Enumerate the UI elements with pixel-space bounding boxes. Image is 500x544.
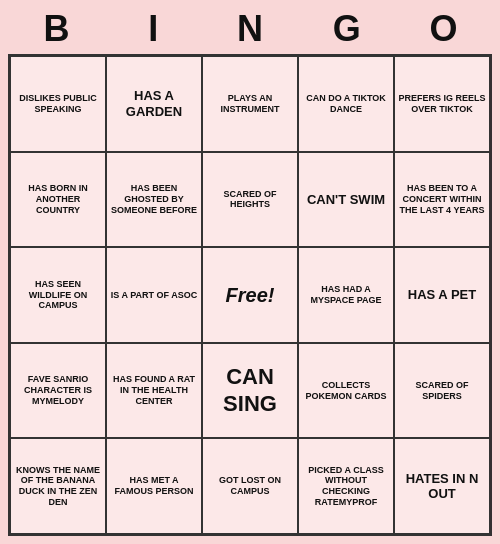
- bingo-cell[interactable]: Free!: [202, 247, 298, 343]
- bingo-cell[interactable]: HAS MET A FAMOUS PERSON: [106, 438, 202, 534]
- bingo-cell[interactable]: PREFERS IG REELS OVER TIKTOK: [394, 56, 490, 152]
- bingo-cell[interactable]: CAN SING: [202, 343, 298, 439]
- bingo-cell[interactable]: COLLECTS POKEMON CARDS: [298, 343, 394, 439]
- bingo-cell[interactable]: HAS BEEN GHOSTED BY SOMEONE BEFORE: [106, 152, 202, 248]
- bingo-cell[interactable]: GOT LOST ON CAMPUS: [202, 438, 298, 534]
- bingo-cell[interactable]: HAS BORN IN ANOTHER COUNTRY: [10, 152, 106, 248]
- bingo-grid: DISLIKES PUBLIC SPEAKINGHAS A GARDENPLAY…: [8, 54, 492, 536]
- title-letter: G: [323, 8, 371, 50]
- title-letter: N: [226, 8, 274, 50]
- bingo-cell[interactable]: HAS BEEN TO A CONCERT WITHIN THE LAST 4 …: [394, 152, 490, 248]
- bingo-cell[interactable]: HAS HAD A MYSPACE PAGE: [298, 247, 394, 343]
- bingo-cell[interactable]: SCARED OF SPIDERS: [394, 343, 490, 439]
- bingo-cell[interactable]: CAN DO A TIKTOK DANCE: [298, 56, 394, 152]
- bingo-cell[interactable]: HAS SEEN WILDLIFE ON CAMPUS: [10, 247, 106, 343]
- title-letter: O: [420, 8, 468, 50]
- title-letter: I: [129, 8, 177, 50]
- bingo-cell[interactable]: SCARED OF HEIGHTS: [202, 152, 298, 248]
- bingo-cell[interactable]: CAN'T SWIM: [298, 152, 394, 248]
- bingo-cell[interactable]: KNOWS THE NAME OF THE BANANA DUCK IN THE…: [10, 438, 106, 534]
- bingo-cell[interactable]: PLAYS AN INSTRUMENT: [202, 56, 298, 152]
- bingo-cell[interactable]: HAS FOUND A RAT IN THE HEALTH CENTER: [106, 343, 202, 439]
- bingo-cell[interactable]: HATES IN N OUT: [394, 438, 490, 534]
- bingo-cell[interactable]: DISLIKES PUBLIC SPEAKING: [10, 56, 106, 152]
- bingo-cell[interactable]: IS A PART OF ASOC: [106, 247, 202, 343]
- bingo-cell[interactable]: HAS A GARDEN: [106, 56, 202, 152]
- bingo-cell[interactable]: HAS A PET: [394, 247, 490, 343]
- bingo-title: BINGO: [8, 8, 492, 50]
- bingo-cell[interactable]: FAVE SANRIO CHARACTER IS MYMELODY: [10, 343, 106, 439]
- title-letter: B: [32, 8, 80, 50]
- bingo-cell[interactable]: PICKED A CLASS WITHOUT CHECKING RATEMYPR…: [298, 438, 394, 534]
